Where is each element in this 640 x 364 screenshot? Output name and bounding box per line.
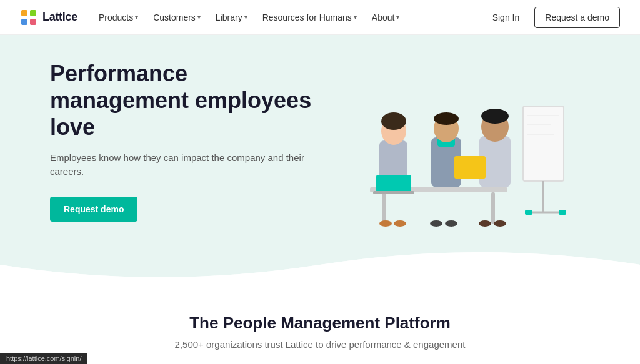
nav-products-label: Products [99, 12, 133, 22]
hero-title: Performance management employees love [50, 60, 312, 141]
logo[interactable]: Lattice [20, 9, 78, 26]
hero-illustration [312, 62, 590, 243]
sign-in-button[interactable]: Sign In [485, 9, 528, 26]
svg-point-32 [479, 220, 491, 227]
hero-content: Performance management employees love Em… [50, 60, 312, 247]
nav-right: Sign In Request a demo [485, 7, 620, 28]
resources-chevron-icon: ▾ [354, 14, 357, 21]
svg-rect-5 [382, 192, 386, 224]
navbar: Lattice Products ▾ Customers ▾ Library ▾… [0, 0, 640, 35]
hero-people-svg [332, 69, 570, 243]
logo-icon [20, 9, 38, 26]
products-chevron-icon: ▾ [135, 14, 138, 21]
hero-section: Performance management employees love Em… [0, 35, 640, 247]
svg-point-33 [494, 220, 506, 227]
svg-rect-1 [30, 10, 36, 16]
svg-rect-6 [491, 192, 495, 224]
nav-links: Products ▾ Customers ▾ Library ▾ Resourc… [92, 9, 485, 26]
svg-point-9 [381, 112, 406, 130]
svg-rect-2 [21, 19, 28, 25]
nav-item-products[interactable]: Products ▾ [92, 9, 144, 26]
nav-resources-label: Resources for Humans [262, 12, 352, 22]
svg-rect-3 [30, 19, 36, 25]
svg-point-28 [379, 220, 392, 227]
svg-point-15 [434, 112, 459, 125]
svg-point-30 [430, 220, 442, 227]
logo-text: Lattice [42, 11, 78, 24]
logos-section: The People Management Platform 2,500+ or… [0, 283, 640, 364]
svg-point-31 [445, 220, 458, 227]
hero-cta-button[interactable]: Request demo [50, 197, 138, 222]
nav-customers-label: Customers [153, 12, 196, 22]
nav-item-customers[interactable]: Customers ▾ [147, 9, 207, 26]
library-chevron-icon: ▾ [244, 14, 248, 21]
logos-subtitle: 2,500+ organizations trust Lattice to dr… [25, 339, 615, 350]
svg-rect-19 [454, 156, 486, 179]
svg-rect-10 [376, 175, 411, 192]
request-demo-nav-button[interactable]: Request a demo [534, 7, 620, 28]
svg-rect-0 [21, 10, 28, 16]
nav-item-library[interactable]: Library ▾ [209, 9, 254, 26]
svg-point-29 [394, 220, 406, 227]
nav-item-about[interactable]: About ▾ [366, 9, 406, 26]
customers-chevron-icon: ▾ [198, 14, 201, 21]
nav-item-resources[interactable]: Resources for Humans ▾ [256, 9, 363, 26]
svg-rect-11 [373, 191, 414, 194]
status-url: https://lattice.com/signin/ [6, 355, 81, 362]
svg-rect-27 [559, 210, 566, 215]
svg-point-18 [481, 109, 509, 124]
status-bar: https://lattice.com/signin/ [0, 353, 88, 364]
logos-title: The People Management Platform [25, 313, 615, 333]
nav-library-label: Library [216, 12, 242, 22]
svg-rect-20 [523, 106, 564, 181]
nav-about-label: About [372, 12, 395, 22]
wave-separator [0, 246, 640, 283]
about-chevron-icon: ▾ [396, 14, 399, 21]
svg-rect-26 [525, 210, 532, 215]
hero-subtitle: Employees know how they can impact the c… [50, 151, 312, 179]
